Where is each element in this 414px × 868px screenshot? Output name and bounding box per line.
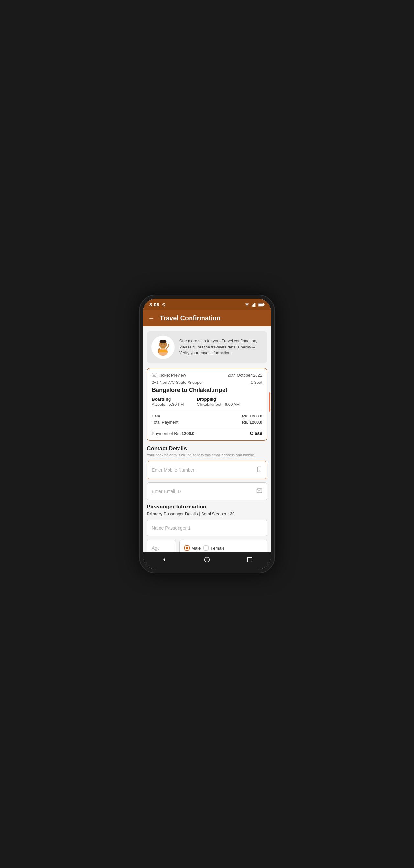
female-label: Female (211, 546, 225, 551)
signal-icon (252, 303, 256, 307)
scroll-content[interactable]: One more step for your Travel confirmati… (143, 327, 271, 552)
svg-marker-18 (163, 558, 165, 562)
info-banner: One more step for your Travel confirmati… (147, 331, 267, 363)
phone-frame: 3:06 ⚙ (139, 295, 275, 573)
primary-label: Primary (147, 512, 162, 516)
seat-count: 1 Seat (251, 380, 262, 385)
female-option[interactable]: Female (203, 545, 225, 551)
wifi-icon (244, 303, 250, 307)
passenger-sub: Primary Passenger Details | Semi Sleeper… (147, 512, 267, 516)
total-value: Rs. 1200.0 (242, 420, 262, 425)
age-placeholder: Age (152, 546, 160, 551)
boarding-dropping: Boarding Attibele - 5:30 PM Dropping Chi… (152, 397, 262, 407)
svg-rect-20 (247, 557, 252, 562)
scroll-indicator (269, 392, 270, 412)
nav-back-icon (162, 557, 167, 563)
gear-icon: ⚙ (162, 302, 166, 307)
boarding-title: Boarding (152, 397, 184, 402)
fare-row: Fare Rs. 1200.0 (152, 413, 262, 418)
svg-rect-7 (258, 304, 263, 306)
ticket-route: Bangalore to Chilakaluripet (152, 387, 262, 394)
phone-icon (256, 466, 262, 473)
phone-inner: 3:06 ⚙ (143, 299, 271, 569)
status-bar: 3:06 ⚙ (143, 299, 271, 310)
email-icon (256, 488, 262, 495)
status-icons (244, 303, 265, 307)
dropping-col: Dropping Chikalaluripet - 6:00 AM (197, 397, 240, 407)
svg-point-11 (162, 344, 162, 345)
dropping-value: Chikalaluripet - 6:00 AM (197, 402, 240, 407)
female-radio[interactable] (203, 545, 209, 551)
avatar-circle (151, 336, 175, 359)
payment-row: Payment of Rs. 1200.0 Close (152, 428, 262, 436)
close-button[interactable]: Close (250, 431, 262, 436)
passenger-title: Passenger Information (147, 504, 267, 510)
seat-number: 20 (230, 512, 235, 516)
male-label: Male (192, 546, 201, 551)
age-gender-row: Age Male Female (147, 539, 267, 552)
name-input-container[interactable]: Name Passenger 1 (147, 520, 267, 536)
info-text: One more step for your Travel confirmati… (179, 338, 263, 356)
divider-1 (152, 410, 262, 410)
ticket-date: 20th October 2022 (228, 373, 262, 378)
svg-rect-2 (253, 304, 254, 307)
app-header: ← Travel Confirmation (143, 310, 271, 327)
nav-recent-button[interactable] (242, 555, 258, 565)
contact-title: Contact Details (147, 445, 267, 452)
ticket-card: Ticket Preview 20th October 2022 2+1 Non… (147, 368, 267, 441)
mobile-input-container[interactable]: Enter Mobile Number (147, 461, 267, 479)
email-placeholder: Enter Email ID (152, 489, 181, 494)
svg-rect-6 (264, 304, 265, 305)
male-radio[interactable] (184, 545, 190, 551)
ticket-label: Ticket Preview (152, 373, 186, 378)
header-title: Travel Confirmation (160, 314, 220, 322)
ticket-label-text: Ticket Preview (159, 373, 186, 378)
age-input-container[interactable]: Age (147, 539, 176, 552)
gender-selector[interactable]: Male Female (179, 539, 267, 552)
boarding-value: Attibele - 5:30 PM (152, 402, 184, 407)
nav-back-button[interactable] (156, 555, 172, 565)
bottom-nav (143, 552, 271, 569)
payment-prefix: Payment of Rs. (152, 431, 180, 436)
battery-icon (258, 303, 265, 307)
nav-home-button[interactable] (199, 555, 215, 565)
total-label: Total Payment (152, 420, 178, 425)
status-time: 3:06 (149, 302, 159, 307)
svg-point-12 (164, 344, 165, 345)
svg-rect-1 (252, 305, 252, 306)
fare-value: Rs. 1200.0 (242, 413, 262, 418)
ticket-header: Ticket Preview 20th October 2022 (152, 373, 262, 378)
payment-text: Payment of Rs. 1200.0 (152, 431, 195, 436)
ticket-sub: 2+1 Non A/C Seater/Sleeper 1 Seat (152, 380, 262, 385)
svg-rect-3 (254, 303, 255, 306)
fare-label: Fare (152, 413, 161, 418)
dropping-title: Dropping (197, 397, 240, 402)
passenger-detail: Passenger Details | Semi Sleeper : (164, 512, 229, 516)
svg-point-19 (205, 557, 210, 562)
nav-recent-icon (247, 557, 252, 563)
ticket-icon (152, 373, 157, 377)
name-placeholder: Name Passenger 1 (152, 525, 191, 530)
contact-subtitle: Your booking details will be sent to thi… (147, 453, 267, 457)
svg-point-0 (247, 306, 247, 306)
payment-amount: 1200.0 (182, 431, 195, 436)
person-illustration (153, 338, 172, 356)
boarding-col: Boarding Attibele - 5:30 PM (152, 397, 184, 407)
total-row: Total Payment Rs. 1200.0 (152, 420, 262, 425)
nav-home-icon (204, 557, 210, 563)
bus-type: 2+1 Non A/C Seater/Sleeper (152, 380, 203, 385)
email-input-container[interactable]: Enter Email ID (147, 482, 267, 500)
back-button[interactable]: ← (148, 314, 154, 322)
male-option[interactable]: Male (184, 545, 201, 551)
svg-rect-4 (255, 303, 256, 307)
mobile-placeholder: Enter Mobile Number (152, 467, 195, 472)
